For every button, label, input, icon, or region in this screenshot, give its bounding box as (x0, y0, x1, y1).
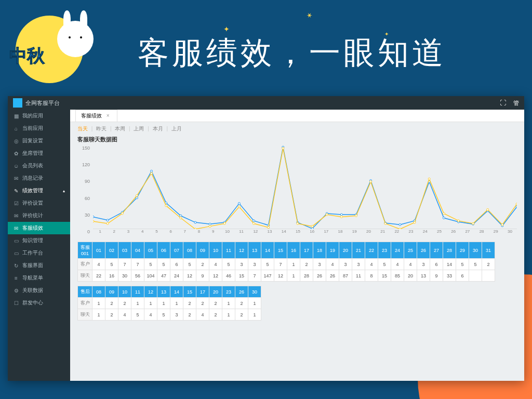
svg-point-42 (253, 222, 255, 224)
sidebar-label: 工作平台 (22, 249, 43, 257)
cell: 5 (105, 259, 118, 270)
cell: 1 (287, 270, 300, 282)
svg-point-47 (326, 214, 328, 216)
cell: 47 (157, 270, 170, 282)
cell: 1 (248, 309, 261, 321)
col-header: 18 (313, 242, 326, 259)
col-header: 22 (365, 242, 378, 259)
sidebar-item[interactable]: ✎绩效管理▴ (8, 184, 70, 197)
svg-point-51 (384, 222, 387, 224)
sidebar-item[interactable]: ⚙关联数据 (8, 284, 70, 297)
sidebar-item[interactable]: ✉消息记录 (8, 172, 70, 184)
svg-point-41 (238, 206, 240, 208)
fullscreen-icon[interactable]: ⛶ (500, 99, 506, 107)
cell: 1 (144, 298, 157, 309)
sidebar-label: 评价设置 (22, 200, 43, 207)
sidebar-icon: ▭ (13, 238, 19, 244)
sidebar-item[interactable]: ✿坐席管理 (8, 147, 70, 159)
sidebar-item[interactable]: ☐群发中心 (8, 297, 70, 309)
col-header: 20 (339, 242, 352, 259)
sidebar-item[interactable]: ▦我的应用 (8, 110, 70, 122)
star-icon: ✶ (305, 10, 314, 21)
col-header: 10 (118, 286, 131, 298)
svg-point-57 (472, 222, 474, 224)
brand-logo (13, 98, 22, 108)
sidebar-item[interactable]: ⌂当前应用 (8, 122, 70, 135)
sidebar-icon: ☐ (13, 300, 19, 306)
sidebar-item[interactable]: ↻客服界面 (8, 259, 70, 272)
x-tick: 11 (234, 229, 248, 236)
col-header: 14 (170, 286, 183, 298)
sidebar-item[interactable]: ✉客服绩效 (8, 222, 70, 234)
sidebar-icon: ✉ (13, 225, 19, 231)
cell: 1 (157, 298, 170, 309)
sidebar-item[interactable]: ≡导航菜单 (8, 272, 70, 284)
sidebar-label: 群发中心 (22, 299, 43, 307)
svg-point-5 (151, 170, 153, 172)
sidebar-icon: ☑ (13, 201, 19, 206)
sidebar-item[interactable]: ☑评价设置 (8, 197, 70, 209)
sidebar-item[interactable]: ✉评价统计 (8, 209, 70, 222)
col-header: 25 (404, 242, 417, 259)
col-header: 10 (209, 242, 222, 259)
cell: 2 (235, 309, 248, 321)
sidebar-item[interactable]: ☺会员列表 (8, 159, 70, 172)
row-label: 客户 (78, 298, 92, 309)
cell: 3 (235, 259, 248, 270)
bunny-graphic (57, 21, 94, 57)
col-header: 27 (430, 242, 443, 259)
close-icon[interactable]: × (107, 113, 110, 118)
filter-本周[interactable]: 本周 (115, 126, 125, 131)
col-header: 13 (157, 286, 170, 298)
svg-point-12 (253, 220, 255, 222)
sidebar-item[interactable]: ▭知识管理 (8, 234, 70, 247)
cell: 11 (352, 270, 365, 282)
col-header: 15 (183, 286, 196, 298)
sidebar-label: 坐席管理 (22, 150, 43, 157)
x-tick: 17 (319, 229, 333, 236)
cell: 46 (222, 270, 235, 282)
tab-performance[interactable]: 客服绩效 × (75, 110, 117, 122)
x-tick: 28 (474, 229, 488, 236)
col-header: 23 (222, 286, 235, 298)
cell: 15 (235, 270, 248, 282)
sidebar-label: 导航菜单 (22, 274, 43, 282)
sidebar-item[interactable]: ◎回复设置 (8, 135, 70, 147)
cell: 6 (456, 270, 469, 282)
cell: 5 (183, 259, 196, 270)
cell: 15 (378, 270, 391, 282)
svg-point-1 (93, 216, 94, 218)
cell: 1 (92, 309, 105, 321)
cell: 2 (482, 259, 495, 270)
cell: 7 (131, 259, 144, 270)
col-header: 14 (261, 242, 274, 259)
x-tick: 7 (178, 229, 192, 236)
sidebar-label: 评价统计 (22, 212, 43, 219)
x-tick: 6 (164, 229, 178, 236)
x-tick: 15 (291, 229, 305, 236)
filter-上周[interactable]: 上周 (134, 126, 144, 131)
cell: 16 (105, 270, 118, 282)
cell: 13 (417, 270, 430, 282)
cell: 20 (404, 270, 417, 282)
x-tick: 29 (489, 229, 503, 236)
svg-point-18 (340, 214, 342, 216)
cell: 5 (469, 259, 482, 270)
cell: 2 (209, 298, 222, 309)
filter-当天[interactable]: 当天 (77, 126, 88, 131)
filter-本月[interactable]: 本月 (153, 126, 163, 131)
account-label[interactable]: 管 (513, 99, 519, 107)
cell: 2 (183, 298, 196, 309)
filter-昨天[interactable]: 昨天 (96, 126, 107, 131)
cell: 24 (170, 270, 183, 282)
sidebar-item[interactable]: ▭工作平台 (8, 247, 70, 259)
cell: 5 (144, 259, 157, 270)
sidebar-icon: ≡ (13, 275, 19, 281)
topbar: 全网客服平台 ⛶ 管 (8, 96, 524, 110)
row-label: 聊天 (78, 270, 92, 282)
cell: 87 (339, 270, 352, 282)
cell: 1 (131, 298, 144, 309)
svg-point-7 (180, 215, 182, 217)
filter-上月[interactable]: 上月 (171, 126, 182, 131)
sidebar-icon: ▦ (13, 113, 19, 119)
